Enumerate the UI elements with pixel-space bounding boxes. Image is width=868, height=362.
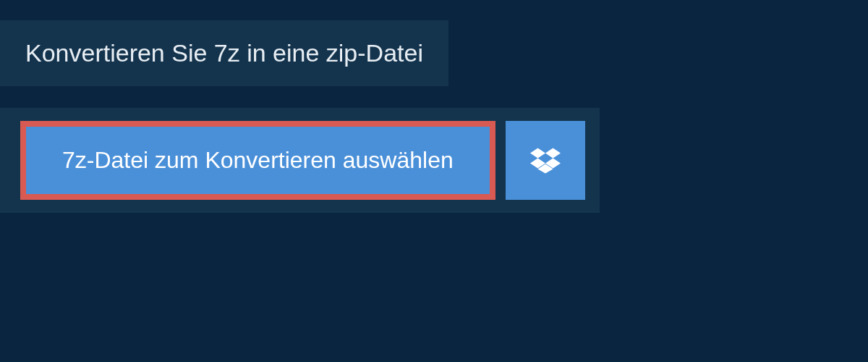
select-file-button[interactable]: 7z-Datei zum Konvertieren auswählen [20, 121, 495, 200]
dropbox-button[interactable] [506, 121, 585, 200]
dropbox-icon [530, 146, 561, 176]
select-file-label: 7z-Datei zum Konvertieren auswählen [62, 147, 454, 174]
button-row: 7z-Datei zum Konvertieren auswählen [0, 108, 600, 213]
header-bar: Konvertieren Sie 7z in eine zip-Datei [0, 20, 448, 86]
page-title: Konvertieren Sie 7z in eine zip-Datei [25, 39, 423, 67]
